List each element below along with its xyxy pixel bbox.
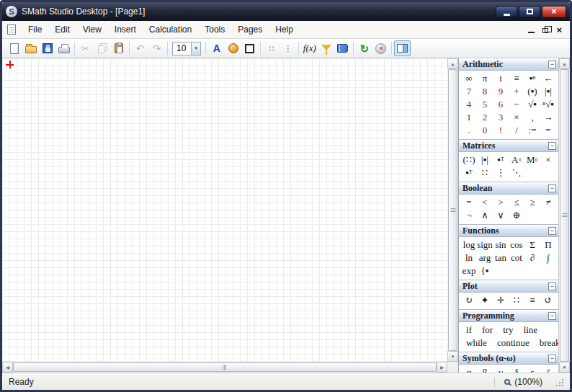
insert-unit-button[interactable] bbox=[318, 40, 334, 56]
scroll-left-button[interactable]: ◀ bbox=[2, 362, 13, 373]
palette-button[interactable]: ✦ bbox=[477, 294, 493, 307]
mdi-minimize-button[interactable] bbox=[528, 32, 535, 33]
collapse-button[interactable]: − bbox=[548, 227, 556, 235]
panel-header-symbols[interactable]: Symbols (α-ω) − bbox=[459, 352, 558, 365]
panel-header-matrices[interactable]: Matrices − bbox=[459, 140, 558, 152]
open-button[interactable] bbox=[22, 40, 39, 56]
palette-button[interactable]: sin bbox=[493, 239, 509, 251]
minimize-button[interactable] bbox=[496, 6, 517, 18]
copy-button[interactable] bbox=[94, 40, 110, 56]
palette-button[interactable]: α bbox=[461, 366, 477, 373]
palette-button[interactable]: ∞ bbox=[461, 72, 477, 85]
palette-button[interactable]: ∨ bbox=[493, 209, 509, 222]
palette-button[interactable]: 2 bbox=[477, 111, 493, 124]
palette-button[interactable]: cos bbox=[509, 239, 524, 251]
palette-button[interactable]: ¬ bbox=[461, 209, 477, 222]
palette-button[interactable]: line bbox=[519, 324, 543, 337]
palette-button[interactable]: / bbox=[509, 124, 524, 137]
palette-button[interactable]: δ bbox=[509, 366, 524, 373]
palette-button[interactable]: ↻ bbox=[461, 294, 477, 307]
palette-button[interactable]: {▪ bbox=[477, 264, 493, 277]
palette-button[interactable]: 1 bbox=[461, 111, 477, 124]
align-horizontal-button[interactable]: ∷ bbox=[263, 40, 280, 56]
palette-button[interactable]: √▪ bbox=[524, 98, 540, 111]
redo-button[interactable]: ↷ bbox=[148, 40, 165, 56]
palette-button[interactable]: i bbox=[493, 72, 509, 85]
palette-button[interactable]: × bbox=[540, 153, 556, 166]
reference-book-button[interactable] bbox=[334, 40, 351, 56]
palette-button[interactable]: ! bbox=[493, 124, 509, 137]
palette-button[interactable]: cot bbox=[509, 251, 524, 264]
sidebar-scroll-up-button[interactable]: ▲ bbox=[559, 58, 570, 69]
print-button[interactable] bbox=[55, 40, 72, 56]
palette-button[interactable]: 0 bbox=[477, 124, 493, 137]
palette-button[interactable]: try bbox=[498, 324, 518, 337]
palette-button[interactable]: ✛ bbox=[493, 294, 509, 307]
menu-insert[interactable]: Insert bbox=[108, 22, 143, 37]
collapse-button[interactable]: − bbox=[548, 142, 556, 150]
vertical-scrollbar-thumb[interactable] bbox=[448, 69, 457, 351]
titlebar[interactable]: S SMath Studio Desktop - [Page1] × bbox=[2, 2, 570, 21]
palette-button[interactable]: ← bbox=[540, 72, 556, 85]
align-vertical-button[interactable]: ⋮ bbox=[280, 40, 296, 56]
palette-button[interactable]: < bbox=[477, 196, 493, 209]
palette-button[interactable]: continue bbox=[492, 337, 535, 349]
palette-button[interactable]: ln bbox=[461, 251, 477, 264]
palette-button[interactable]: |▪| bbox=[477, 153, 493, 166]
dropdown-arrow-icon[interactable]: ▾ bbox=[191, 43, 200, 55]
side-panel-toggle-button[interactable] bbox=[394, 40, 411, 56]
panel-header-programming[interactable]: Programming − bbox=[459, 310, 558, 322]
sidebar-scrollbar[interactable]: ▲ ▼ bbox=[559, 58, 570, 373]
palette-button[interactable]: ≡ bbox=[509, 72, 524, 85]
palette-button[interactable]: 5 bbox=[477, 98, 493, 111]
palette-button[interactable]: Σ bbox=[524, 239, 540, 251]
menu-calculation[interactable]: Calculation bbox=[143, 22, 198, 37]
collapse-button[interactable]: − bbox=[548, 312, 556, 320]
palette-button[interactable]: ∷ bbox=[477, 166, 493, 179]
scroll-right-button[interactable]: ▶ bbox=[437, 362, 447, 373]
paste-button[interactable] bbox=[110, 40, 127, 56]
palette-button[interactable]: log bbox=[461, 239, 477, 251]
palette-button[interactable]: ⋮ bbox=[493, 166, 509, 179]
palette-button[interactable]: − bbox=[509, 98, 524, 111]
palette-button[interactable]: > bbox=[493, 196, 509, 209]
palette-button[interactable]: β bbox=[477, 366, 493, 373]
palette-button[interactable]: (▪) bbox=[524, 85, 540, 98]
panel-header-boolean[interactable]: Boolean − bbox=[459, 182, 558, 195]
insert-function-button[interactable]: f(x) bbox=[301, 40, 318, 56]
palette-button[interactable]: ⊕ bbox=[509, 209, 524, 222]
border-button[interactable] bbox=[241, 40, 258, 56]
palette-button[interactable]: sign bbox=[477, 239, 493, 251]
menu-file[interactable]: File bbox=[22, 22, 48, 37]
collapse-button[interactable]: − bbox=[548, 355, 556, 362]
palette-button[interactable]: while bbox=[461, 337, 492, 349]
palette-button[interactable]: → bbox=[540, 111, 556, 124]
close-button[interactable]: × bbox=[542, 6, 566, 18]
cut-button[interactable]: ✂ bbox=[77, 40, 94, 56]
palette-button[interactable]: , bbox=[524, 111, 540, 124]
maximize-button[interactable] bbox=[519, 6, 540, 18]
palette-button[interactable]: ≡ bbox=[524, 294, 540, 307]
globe-button[interactable] bbox=[225, 40, 241, 56]
palette-button[interactable]: for bbox=[477, 324, 498, 337]
palette-button[interactable]: ↺ bbox=[540, 294, 556, 307]
save-button[interactable] bbox=[39, 40, 55, 56]
menu-pages[interactable]: Pages bbox=[231, 22, 269, 37]
panel-header-arithmetic[interactable]: Arithmetic − bbox=[459, 58, 558, 71]
palette-button[interactable]: := bbox=[524, 124, 540, 137]
palette-button[interactable]: ∷ bbox=[509, 294, 524, 307]
palette-button[interactable]: = bbox=[461, 196, 477, 209]
vertical-scrollbar[interactable]: ▲ ▼ bbox=[447, 58, 458, 362]
horizontal-scrollbar-thumb[interactable] bbox=[13, 362, 437, 372]
palette-button[interactable]: A▫ bbox=[509, 153, 524, 166]
zoom-control[interactable]: (100%) bbox=[494, 377, 563, 387]
sidebar-scrollbar-thumb[interactable] bbox=[560, 69, 569, 362]
palette-button[interactable]: ⋱ bbox=[509, 166, 524, 179]
undo-button[interactable]: ↶ bbox=[132, 40, 148, 56]
palette-button[interactable]: 8 bbox=[477, 85, 493, 98]
resize-grip[interactable] bbox=[554, 377, 563, 386]
palette-button[interactable]: ▪ᵀ bbox=[493, 153, 509, 166]
worksheet-canvas[interactable] bbox=[2, 58, 447, 362]
palette-button[interactable]: M▫ bbox=[524, 153, 540, 166]
menu-view[interactable]: View bbox=[76, 22, 108, 37]
